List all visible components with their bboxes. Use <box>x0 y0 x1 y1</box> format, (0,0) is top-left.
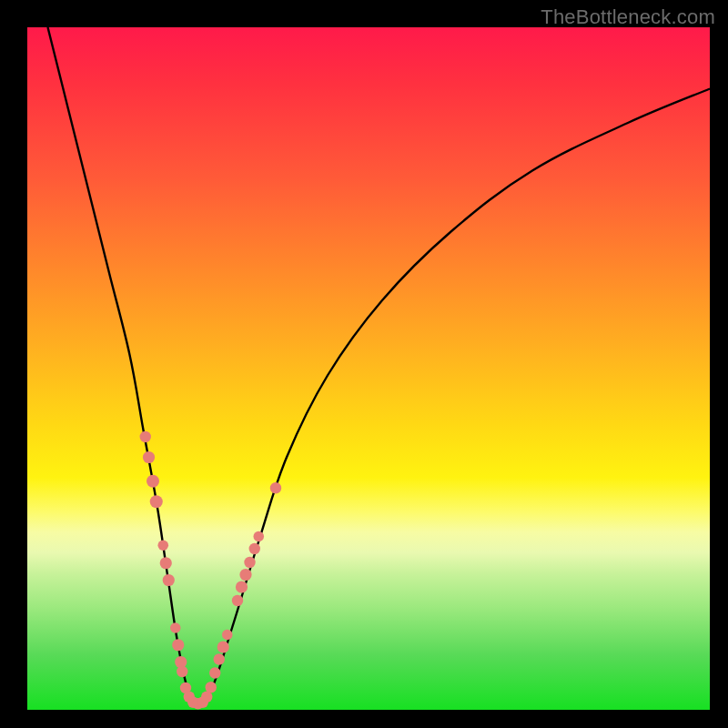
chart-markers <box>140 431 282 710</box>
chart-marker <box>217 641 229 652</box>
chart-frame: TheBottleneck.com <box>0 0 728 728</box>
chart-plot-area <box>27 27 710 710</box>
chart-marker <box>222 630 233 641</box>
chart-marker <box>170 622 181 633</box>
chart-marker <box>163 574 175 586</box>
chart-marker <box>177 666 187 677</box>
chart-marker <box>253 531 264 542</box>
chart-marker <box>157 540 168 551</box>
bottleneck-curve <box>48 27 711 703</box>
chart-marker <box>160 557 172 569</box>
chart-marker <box>206 682 217 693</box>
chart-marker <box>270 482 281 493</box>
chart-marker <box>143 451 155 463</box>
watermark-text: TheBottleneck.com <box>541 5 715 29</box>
chart-marker <box>140 431 151 442</box>
chart-marker <box>232 595 243 606</box>
chart-marker <box>244 557 255 568</box>
chart-marker <box>239 569 251 581</box>
chart-marker <box>150 495 163 508</box>
chart-svg <box>27 27 710 710</box>
chart-marker <box>209 667 220 678</box>
chart-marker <box>249 543 260 554</box>
chart-marker <box>172 639 184 651</box>
chart-marker <box>236 581 248 592</box>
chart-marker <box>214 653 225 664</box>
chart-marker <box>147 475 159 488</box>
